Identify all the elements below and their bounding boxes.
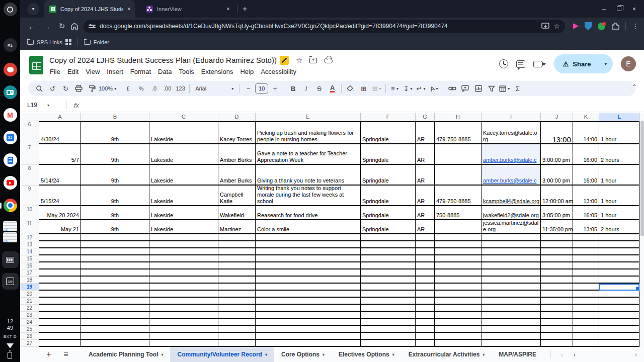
cell-C23[interactable]	[149, 312, 218, 319]
cell-E19[interactable]	[256, 284, 361, 291]
cell-E7[interactable]: Gave a note to a teacher for Teacher App…	[256, 144, 361, 165]
pink-extension-icon[interactable]	[573, 23, 579, 29]
cell-J26[interactable]	[541, 333, 573, 340]
cell-J13[interactable]	[541, 241, 573, 248]
insert-comment-button[interactable]	[459, 82, 471, 95]
row-header-7[interactable]: 7	[20, 144, 39, 165]
cell-H13[interactable]	[435, 241, 481, 248]
cell-A18[interactable]	[39, 277, 81, 284]
cell-H7[interactable]	[435, 144, 481, 165]
cell-L7[interactable]: 2 hours	[599, 144, 639, 165]
cell-B10[interactable]: 9th	[81, 206, 149, 220]
cell-C19[interactable]	[149, 284, 218, 291]
cell-D11[interactable]: Martinez	[218, 220, 256, 234]
cell-B17[interactable]	[81, 269, 149, 277]
cell-E22[interactable]	[256, 305, 361, 312]
forward-button[interactable]: →	[40, 22, 53, 31]
cell-H17[interactable]	[435, 269, 481, 277]
cell-C21[interactable]	[149, 298, 218, 305]
browser-tab-innerview[interactable]: InnerView ×	[141, 0, 234, 18]
column-header-F[interactable]: F	[361, 113, 416, 121]
cell-I24[interactable]	[481, 319, 541, 326]
cell-I20[interactable]	[481, 291, 541, 298]
cell-C14[interactable]	[149, 248, 218, 255]
cell-I18[interactable]	[481, 277, 541, 284]
menu-item-file[interactable]: File	[46, 66, 64, 77]
cell-B20[interactable]	[81, 291, 149, 298]
document-status-cloud-icon[interactable]	[324, 58, 333, 63]
cell-C12[interactable]	[149, 234, 218, 241]
cell-G18[interactable]	[416, 277, 435, 284]
cell-J9[interactable]: 12:00:00 am	[541, 186, 573, 206]
sheet-tab-map-aspire[interactable]: MAP/ASPIRE	[492, 347, 543, 362]
sheet-tab-academic-planning-tool[interactable]: Academic Planning Tool▾	[82, 347, 170, 362]
cell-I7[interactable]: amber.burks@sdale.c	[481, 144, 541, 165]
bookmark-star-icon[interactable]: ☆	[553, 22, 560, 30]
select-all-corner[interactable]	[20, 113, 39, 121]
cell-F15[interactable]	[361, 255, 416, 262]
row-header-8[interactable]: 8	[20, 165, 39, 186]
cell-I16[interactable]	[481, 262, 541, 269]
search-menus-button[interactable]	[33, 82, 46, 95]
youtube-icon[interactable]	[4, 176, 17, 190]
cell-J22[interactable]	[541, 305, 573, 312]
cell-B25[interactable]	[81, 326, 149, 333]
cell-K18[interactable]	[573, 277, 599, 284]
cell-K26[interactable]	[573, 333, 599, 340]
cell-F26[interactable]	[361, 333, 416, 340]
cell-D17[interactable]	[218, 269, 256, 277]
column-header-E[interactable]: E	[256, 113, 361, 121]
cell-I9[interactable]: kcampbell4@sdale.org	[481, 186, 541, 206]
undo-button[interactable]: ↺	[46, 82, 59, 95]
cell-L14[interactable]	[599, 248, 639, 255]
cell-E26[interactable]	[256, 333, 361, 340]
cell-L27[interactable]	[599, 340, 639, 347]
docs-icon[interactable]	[4, 153, 17, 167]
cell-A14[interactable]	[39, 248, 81, 255]
cell-K10[interactable]: 16:05	[573, 206, 599, 220]
cell-K24[interactable]	[573, 319, 599, 326]
row-header-20[interactable]: 20	[20, 291, 39, 298]
column-header-H[interactable]: H	[435, 113, 481, 121]
name-box[interactable]: L19 ▾	[20, 102, 62, 109]
cell-L20[interactable]	[599, 291, 639, 298]
sheet-tab-community-volunteer-record[interactable]: Community/Volunteer Record▾	[170, 347, 274, 362]
cell-F12[interactable]	[361, 234, 416, 241]
cell-H6[interactable]: 479-750-8885	[435, 121, 481, 144]
sheet-tab-menu-icon[interactable]: ▾	[323, 352, 325, 357]
cell-B8[interactable]: 9th	[81, 165, 149, 186]
create-filter-button[interactable]	[485, 82, 498, 95]
cell-E18[interactable]	[256, 277, 361, 284]
column-header-G[interactable]: G	[416, 113, 435, 121]
zoom-select[interactable]: 100%▾	[99, 82, 116, 95]
share-button[interactable]: ⚠ Share ▾	[554, 54, 613, 73]
row-header-24[interactable]: 24	[20, 319, 39, 326]
sheets-app-tile-icon[interactable]	[2, 251, 19, 268]
cell-J15[interactable]	[541, 255, 573, 262]
cell-A22[interactable]	[39, 305, 81, 312]
bookmark-folder[interactable]: Folder	[84, 39, 109, 45]
cell-K12[interactable]	[573, 234, 599, 241]
row-header-17[interactable]: 17	[20, 269, 39, 277]
cell-K22[interactable]	[573, 305, 599, 312]
cell-F14[interactable]	[361, 248, 416, 255]
insert-link-button[interactable]	[446, 82, 458, 95]
insert-chart-button[interactable]	[472, 82, 485, 95]
cell-J16[interactable]	[541, 262, 573, 269]
menu-item-insert[interactable]: Insert	[103, 66, 127, 77]
cell-J17[interactable]	[541, 269, 573, 277]
cell-C7[interactable]: Lakeside	[149, 144, 218, 165]
cell-E9[interactable]: Writing thank you notes to support moral…	[256, 186, 361, 206]
shelf-status-area[interactable]: 12 49 EXT D	[4, 318, 17, 359]
cell-G17[interactable]	[416, 269, 435, 277]
cell-B27[interactable]	[81, 340, 149, 347]
row-header-18[interactable]: 18	[20, 277, 39, 284]
cell-C16[interactable]	[149, 262, 218, 269]
media-app-icon[interactable]	[4, 85, 17, 99]
cell-A23[interactable]	[39, 312, 81, 319]
new-tab-button[interactable]: +	[243, 5, 247, 14]
cell-F19[interactable]	[361, 284, 416, 291]
row-header-22[interactable]: 22	[20, 305, 39, 312]
cell-E11[interactable]: Color a smile	[256, 220, 361, 234]
cell-K9[interactable]: 13:00	[573, 186, 599, 206]
